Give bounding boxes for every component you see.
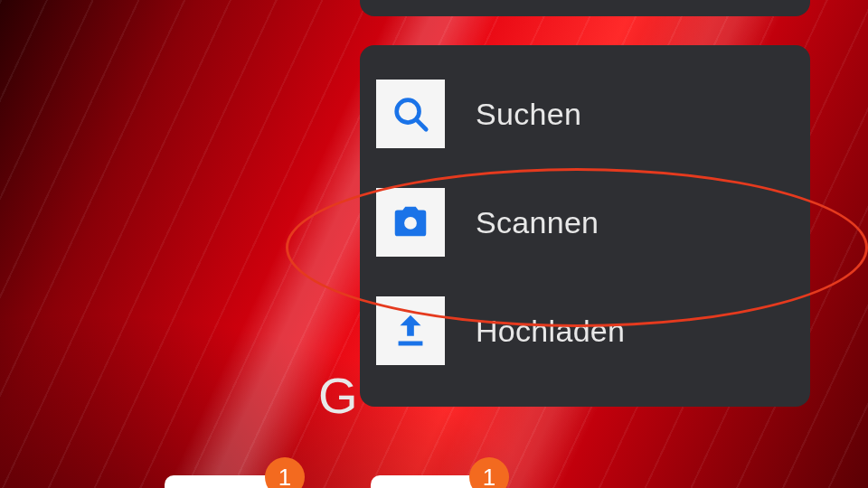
menu-item-label: Hochladen bbox=[476, 314, 625, 349]
context-menu: Suchen Scannen Hochladen bbox=[360, 45, 810, 407]
notification-badge: 1 bbox=[265, 457, 305, 488]
upload-icon bbox=[376, 296, 445, 365]
notification-badge: 1 bbox=[469, 457, 509, 488]
search-icon bbox=[376, 80, 445, 148]
svg-point-2 bbox=[404, 217, 417, 230]
menu-item-label: Scannen bbox=[476, 205, 599, 240]
svg-rect-3 bbox=[399, 342, 423, 346]
dock-partial: 1 1 bbox=[0, 457, 868, 488]
svg-line-1 bbox=[417, 120, 427, 130]
dock-icon-partial[interactable] bbox=[165, 475, 280, 488]
background-letter: G bbox=[318, 366, 358, 425]
menu-item-search[interactable]: Suchen bbox=[376, 60, 794, 168]
menu-item-scan[interactable]: Scannen bbox=[376, 168, 794, 277]
menu-item-upload[interactable]: Hochladen bbox=[376, 277, 794, 385]
menu-item-label: Suchen bbox=[476, 97, 581, 132]
camera-icon bbox=[376, 188, 445, 257]
card-above-partial bbox=[360, 0, 810, 16]
